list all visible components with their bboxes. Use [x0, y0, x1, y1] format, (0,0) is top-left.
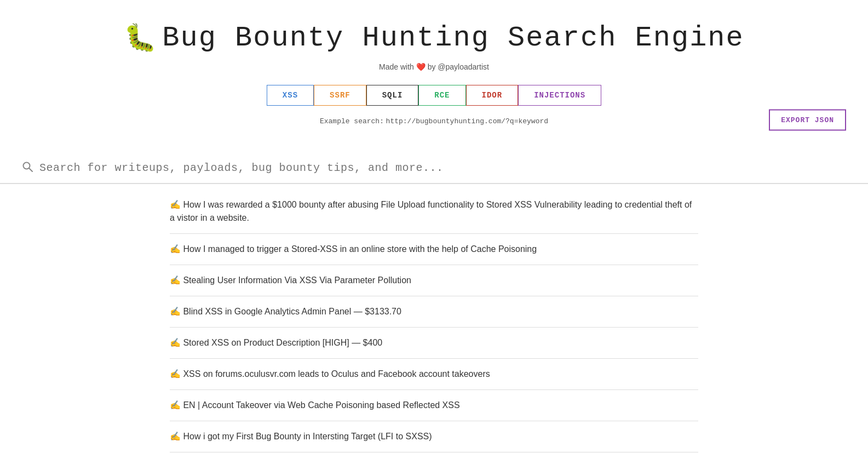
category-button-ssrf[interactable]: SSRF	[314, 85, 366, 106]
list-item[interactable]: ✍️ Blind XSS in Google Analytics Admin P…	[170, 296, 698, 328]
search-icon	[22, 161, 33, 175]
category-button-idor[interactable]: IDOR	[466, 85, 519, 106]
category-button-sqli[interactable]: SQLI	[366, 85, 419, 106]
example-search: Example search: http://bugbountyhunting.…	[11, 117, 857, 125]
bug-icon: 🐛	[124, 22, 157, 54]
list-item[interactable]: ✍️ How I was rewarded a $1000 bounty aft…	[170, 190, 698, 234]
results-list: ✍️ How I was rewarded a $1000 bounty aft…	[0, 190, 868, 453]
list-item[interactable]: ✍️ XSS on forums.oculusvr.com leads to O…	[170, 359, 698, 390]
export-json-button[interactable]: EXPORT JSON	[769, 110, 846, 131]
svg-line-1	[30, 169, 33, 172]
category-button-injections[interactable]: INJECTIONS	[518, 85, 601, 106]
list-item[interactable]: ✍️ EN | Account Takeover via Web Cache P…	[170, 390, 698, 421]
search-area	[0, 153, 868, 184]
category-buttons: XSSSSRFSQLIRCEIDORINJECTIONS	[11, 85, 857, 106]
search-input[interactable]	[39, 162, 846, 174]
category-button-xss[interactable]: XSS	[267, 85, 314, 106]
svg-point-0	[24, 163, 30, 169]
category-button-rce[interactable]: RCE	[418, 85, 465, 106]
list-item[interactable]: ✍️ How I managed to trigger a Stored-XSS…	[170, 234, 698, 265]
subtitle: Made with ❤️ by @payloadartist	[11, 62, 857, 71]
list-item[interactable]: ✍️ Stored XSS on Product Description [HI…	[170, 328, 698, 359]
page-title: Bug Bounty Hunting Search Engine	[162, 22, 744, 54]
list-item[interactable]: ✍️ How i got my First Bug Bounty in Inte…	[170, 421, 698, 452]
list-item[interactable]: ✍️ Stealing User Information Via XSS Via…	[170, 265, 698, 296]
